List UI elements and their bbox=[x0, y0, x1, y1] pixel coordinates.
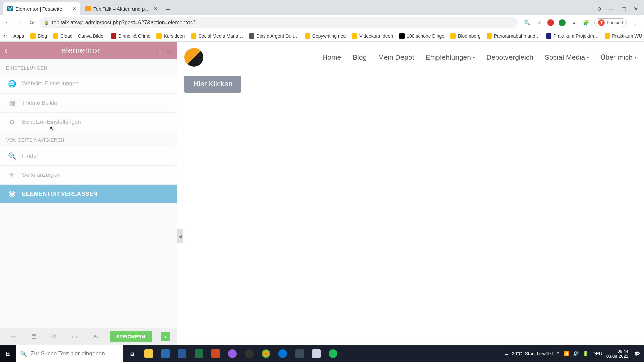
cloud-icon: ☁ bbox=[504, 351, 509, 356]
menu-theme-builder[interactable]: ▦ Theme Builder bbox=[0, 93, 177, 112]
close-icon[interactable]: ✕ bbox=[154, 6, 158, 11]
menu-icon[interactable]: ⋮ bbox=[631, 19, 639, 26]
nav-about[interactable]: Über mich▾ bbox=[600, 53, 637, 61]
bookmark-item[interactable]: Social Media Mana… bbox=[191, 33, 243, 39]
taskbar-app[interactable] bbox=[174, 345, 191, 362]
section-label: VON SEITE NAVIGIEREN bbox=[0, 131, 177, 146]
profile-badge[interactable]: T Pausiert bbox=[594, 18, 627, 27]
bookmark-item[interactable]: Dinner & Crime bbox=[111, 33, 151, 39]
taskbar-search[interactable]: 🔍 Zur Suche Text hier eingeben bbox=[16, 345, 123, 362]
account-icon[interactable] bbox=[598, 7, 601, 11]
bookmark-item[interactable]: Kursideen bbox=[156, 33, 185, 39]
maximize-icon[interactable]: ▢ bbox=[621, 6, 626, 12]
weather-widget[interactable]: ☁ 20°C Stark bewölkt bbox=[504, 351, 553, 356]
taskbar-app[interactable] bbox=[224, 345, 241, 362]
site-icon bbox=[85, 6, 91, 11]
history-icon[interactable]: ↻ bbox=[48, 333, 61, 340]
menu-finder[interactable]: 🔍 Finder bbox=[0, 146, 177, 165]
extension-icon[interactable] bbox=[559, 19, 566, 26]
taskbar-app[interactable] bbox=[325, 345, 341, 362]
minimize-icon[interactable]: — bbox=[608, 6, 614, 12]
save-button[interactable]: SPEICHERN bbox=[110, 331, 152, 342]
task-view-icon[interactable]: ⧉ bbox=[123, 345, 140, 362]
site-logo[interactable] bbox=[184, 48, 203, 67]
close-window-icon[interactable]: ✕ bbox=[634, 6, 638, 12]
chevron-down-icon: ▾ bbox=[635, 55, 637, 60]
menu-user-settings[interactable]: ⚙ Benutzer-Einstellungen bbox=[0, 112, 177, 131]
taskbar-app[interactable] bbox=[258, 345, 274, 362]
taskbar-app[interactable] bbox=[241, 345, 258, 362]
elementor-footer: ⚙ ≣ ↻ ▭ 👁 SPEICHERN ▲ bbox=[0, 328, 177, 345]
globe-icon: 🌐 bbox=[8, 80, 16, 88]
wifi-icon[interactable]: 📶 bbox=[563, 351, 569, 356]
bookmark-item[interactable]: Praktikum WU bbox=[605, 33, 642, 39]
menu-view-page[interactable]: 👁 Seite anzeigen bbox=[0, 165, 177, 184]
taskbar-app[interactable] bbox=[191, 345, 207, 362]
nav-depot[interactable]: Mein Depot bbox=[378, 53, 414, 61]
notifications-icon[interactable]: 💬 bbox=[634, 351, 640, 356]
taskbar-app[interactable] bbox=[274, 345, 291, 362]
bookmark-item[interactable]: Bloomberg bbox=[450, 33, 481, 39]
widgets-icon[interactable]: ⋮⋮⋮ bbox=[154, 47, 172, 54]
reload-button[interactable]: ⟳ bbox=[28, 18, 36, 27]
preview-icon[interactable]: 👁 bbox=[89, 333, 102, 340]
sliders-icon: ⚙ bbox=[8, 118, 16, 126]
taskbar-app[interactable] bbox=[291, 345, 308, 362]
taskbar-app[interactable] bbox=[207, 345, 224, 362]
bookmark-item[interactable]: Praktikum Projektm… bbox=[546, 33, 599, 39]
tab-title: Elementor | Testseite bbox=[15, 6, 70, 12]
nav-empfehlungen[interactable]: Empfehlungen▾ bbox=[426, 53, 475, 61]
language-indicator[interactable]: DEU bbox=[592, 351, 602, 356]
bookmark-item[interactable]: Cload + Canva Bilder bbox=[53, 33, 105, 39]
bookmark-item[interactable]: Bois d'Argent Duft… bbox=[249, 33, 299, 39]
extensions-puzzle-icon[interactable]: 🧩 bbox=[582, 19, 590, 26]
new-tab-button[interactable]: + bbox=[162, 4, 174, 15]
tray-chevron-icon[interactable]: ^ bbox=[557, 351, 559, 356]
nav-blog[interactable]: Blog bbox=[353, 53, 367, 61]
extension-icon[interactable]: ≡ bbox=[570, 19, 578, 26]
save-options-button[interactable]: ▲ bbox=[161, 332, 170, 341]
nav-home[interactable]: Home bbox=[322, 53, 341, 61]
demo-button[interactable]: Hier Klicken bbox=[184, 76, 241, 93]
site-nav: Home Blog Mein Depot Empfehlungen▾ Depot… bbox=[322, 53, 637, 61]
collapse-sidebar-button[interactable]: ◀ bbox=[177, 229, 183, 243]
taskbar-clock[interactable]: 09:44 03.08.2021 bbox=[606, 349, 630, 359]
back-icon[interactable]: ‹ bbox=[5, 46, 7, 55]
settings-icon[interactable]: ⚙ bbox=[7, 333, 19, 340]
apps-icon[interactable]: ⠿ bbox=[3, 33, 7, 39]
taskbar-app[interactable] bbox=[140, 345, 157, 362]
eye-icon: 👁 bbox=[8, 171, 16, 179]
chevron-down-icon: ▾ bbox=[473, 55, 475, 60]
browser-tab[interactable]: TobiTalk – Aktien und persönlich… ✕ bbox=[81, 2, 162, 15]
star-icon[interactable]: ☆ bbox=[535, 19, 543, 26]
start-button[interactable]: ⊞ bbox=[0, 345, 16, 362]
taskbar-app[interactable] bbox=[157, 345, 174, 362]
bookmark-item[interactable]: Panoramabahn und… bbox=[487, 33, 540, 39]
browser-tab-active[interactable]: W Elementor | Testseite ✕ bbox=[3, 2, 80, 15]
menu-exit-elementor[interactable]: ⓦ ELEMENTOR VERLASSEN bbox=[0, 184, 177, 203]
bookmark-item[interactable]: Apps bbox=[13, 33, 24, 39]
page-preview[interactable]: Home Blog Mein Depot Empfehlungen▾ Depot… bbox=[177, 42, 644, 345]
url-field[interactable]: 🔒 tobitalk.at/wp-admin/post.php?post=627… bbox=[40, 17, 518, 28]
bookmark-item[interactable]: Copywriting neu bbox=[305, 33, 346, 39]
menu-website-settings[interactable]: 🌐 Website-Einstellungen bbox=[0, 74, 177, 93]
menu-label: Theme Builder bbox=[22, 100, 59, 106]
volume-icon[interactable]: 🔊 bbox=[573, 351, 579, 356]
navigator-icon[interactable]: ≣ bbox=[27, 333, 40, 340]
forward-button[interactable]: → bbox=[15, 18, 24, 27]
search-icon: 🔍 bbox=[20, 350, 27, 357]
zoom-icon[interactable]: 🔍 bbox=[523, 19, 531, 26]
extension-icon[interactable] bbox=[547, 19, 554, 26]
nav-depotvergleich[interactable]: Depotvergleich bbox=[486, 53, 533, 61]
bookmark-item[interactable]: Videokurs Ideen bbox=[352, 33, 393, 39]
bookmark-item[interactable]: Blog bbox=[30, 33, 47, 39]
back-button[interactable]: ← bbox=[3, 18, 12, 27]
taskbar-app[interactable] bbox=[308, 345, 325, 362]
nav-social[interactable]: Social Media▾ bbox=[545, 53, 589, 61]
bookmark-item[interactable]: 100 schöne Dinge bbox=[399, 33, 444, 39]
close-icon[interactable]: ✕ bbox=[72, 6, 76, 11]
lock-icon: 🔒 bbox=[44, 20, 49, 25]
menu-label: Seite anzeigen bbox=[22, 172, 60, 178]
responsive-icon[interactable]: ▭ bbox=[68, 333, 81, 340]
battery-icon[interactable]: 🔋 bbox=[583, 351, 588, 356]
